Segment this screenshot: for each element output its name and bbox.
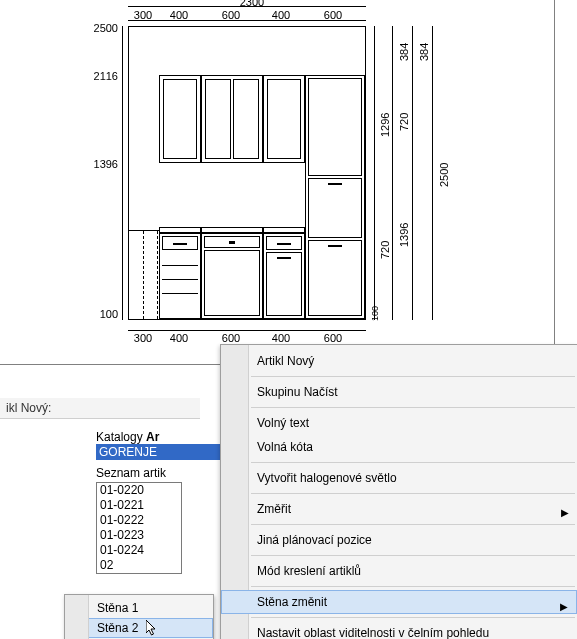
menu-volna-kota[interactable]: Volná kóta (221, 435, 577, 459)
dim-bot-seg3: 600 (200, 332, 262, 344)
dim-r-100: 100 (370, 300, 380, 326)
submenu-arrow-icon: ▶ (561, 504, 569, 522)
panel-title: ikl Nový: (0, 398, 200, 419)
katalog-selected[interactable]: GORENJE (96, 444, 222, 460)
dim-top-seg2: 400 (158, 9, 200, 21)
dim-r-2500: 2500 (438, 140, 450, 210)
dim-r-720a: 720 (398, 92, 410, 152)
menu-stena-zmenit[interactable]: Stěna změnit▶ (221, 590, 577, 614)
dim-r-1296: 1296 (379, 90, 391, 160)
dim-r-1396: 1396 (398, 200, 410, 270)
menu-halogen[interactable]: Vytvořit halogenové světlo (221, 466, 577, 490)
menu-separator (251, 493, 575, 494)
list-item[interactable]: 01-0224 (97, 543, 181, 558)
katalog-label: Katalogy Ar (96, 430, 222, 444)
dim-left-2500: 2500 (78, 22, 118, 34)
context-menu: Artikl Nový Skupinu Načíst Volný text Vo… (220, 344, 577, 639)
list-item[interactable]: 01-0222 (97, 513, 181, 528)
dim-bot-seg2: 400 (158, 332, 200, 344)
menu-separator (251, 407, 575, 408)
dim-r-384a: 384 (398, 32, 410, 72)
dim-bot-seg1: 300 (126, 332, 160, 344)
dim-total-width: 2300 (222, 0, 282, 8)
dim-top-seg4: 400 (260, 9, 302, 21)
dim-top-seg1: 300 (126, 9, 160, 21)
menu-separator (251, 524, 575, 525)
dim-bot-seg4: 400 (260, 332, 302, 344)
wall-submenu: Stěna 1 Stěna 2 (64, 594, 214, 639)
menu-viditelnost[interactable]: Nastavit oblast viditelnosti v čelním po… (221, 621, 577, 639)
menu-separator (251, 617, 575, 618)
menu-artikl-novy[interactable]: Artikl Nový (221, 349, 577, 373)
menu-jina-pozice[interactable]: Jiná plánovací pozice (221, 528, 577, 552)
menu-zmerit[interactable]: Změřit▶ (221, 497, 577, 521)
menu-skupinu-nacist[interactable]: Skupinu Načíst (221, 380, 577, 404)
dim-r-384b: 384 (418, 32, 430, 72)
dim-r-720b: 720 (379, 220, 391, 280)
dim-top-seg5: 600 (302, 9, 364, 21)
drawing-canvas: 2300 300 400 600 400 600 2500 2116 1396 … (0, 0, 577, 380)
wall-elevation[interactable] (128, 26, 366, 320)
list-item[interactable]: 01-0221 (97, 498, 181, 513)
dim-left-100: 100 (84, 308, 118, 320)
menu-separator (251, 376, 575, 377)
dim-left-2116: 2116 (78, 70, 118, 82)
article-listbox[interactable]: 01-0220 01-0221 01-0222 01-0223 01-0224 … (96, 482, 182, 574)
list-item[interactable]: 01-0220 (97, 483, 181, 498)
submenu-arrow-icon: ▶ (560, 598, 568, 616)
menu-separator (251, 555, 575, 556)
list-item[interactable]: 01-0223 (97, 528, 181, 543)
list-item[interactable]: 02 (97, 558, 181, 573)
menu-volny-text[interactable]: Volný text (221, 411, 577, 435)
dim-top-seg3: 600 (200, 9, 262, 21)
menu-separator (251, 586, 575, 587)
menu-separator (251, 462, 575, 463)
list-label: Seznam artik (96, 466, 222, 480)
dim-left-1396: 1396 (78, 158, 118, 170)
menu-mod-kresleni[interactable]: Mód kreslení artiklů (221, 559, 577, 583)
dim-bot-seg5: 600 (302, 332, 364, 344)
